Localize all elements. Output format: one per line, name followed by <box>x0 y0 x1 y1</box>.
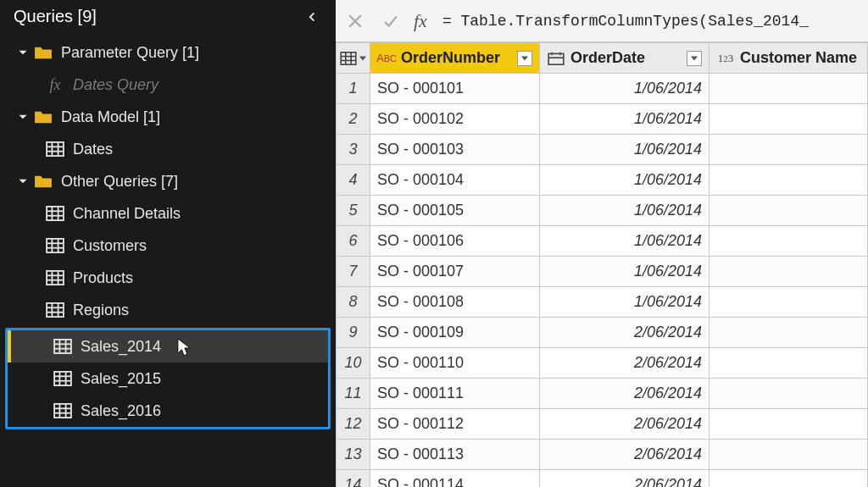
table-row[interactable]: 4SO - 0001041/06/2014 <box>337 165 868 196</box>
row-number[interactable]: 3 <box>337 135 370 165</box>
cell-customer-name[interactable] <box>709 257 868 287</box>
query-channel-details[interactable]: Channel Details <box>0 197 336 230</box>
cell-ordernumber[interactable]: SO - 000108 <box>370 287 540 318</box>
caret-down-icon <box>17 175 29 187</box>
cell-customer-name[interactable] <box>709 470 868 488</box>
cell-orderdate[interactable]: 1/06/2014 <box>540 257 709 287</box>
cell-ordernumber[interactable]: SO - 000104 <box>370 165 540 196</box>
query-products[interactable]: Products <box>0 262 336 294</box>
cell-orderdate[interactable]: 1/06/2014 <box>540 165 709 196</box>
cell-ordernumber[interactable]: SO - 000110 <box>370 348 540 379</box>
query-group-other[interactable]: Other Queries [7] <box>0 165 336 197</box>
cell-ordernumber[interactable]: SO - 000101 <box>370 74 540 104</box>
cell-ordernumber[interactable]: SO - 000106 <box>370 226 540 257</box>
x-icon <box>348 14 363 29</box>
cell-ordernumber[interactable]: SO - 000114 <box>370 470 540 488</box>
row-number[interactable]: 6 <box>337 226 370 257</box>
table-row[interactable]: 9SO - 0001092/06/2014 <box>337 318 868 348</box>
table-row[interactable]: 3SO - 0001031/06/2014 <box>337 135 868 165</box>
row-number[interactable]: 14 <box>337 470 370 488</box>
cell-orderdate[interactable]: 1/06/2014 <box>540 74 709 104</box>
cell-ordernumber[interactable]: SO - 000113 <box>370 440 540 470</box>
cell-orderdate[interactable]: 2/06/2014 <box>540 440 709 470</box>
row-number[interactable]: 12 <box>337 409 370 440</box>
row-number[interactable]: 13 <box>337 440 370 470</box>
row-number[interactable]: 2 <box>337 104 370 135</box>
cell-customer-name[interactable] <box>709 379 868 409</box>
cell-customer-name[interactable] <box>709 196 868 226</box>
cell-orderdate[interactable]: 2/06/2014 <box>540 409 709 440</box>
cell-orderdate[interactable]: 1/06/2014 <box>540 196 709 226</box>
cell-orderdate[interactable]: 1/06/2014 <box>540 287 709 318</box>
table-row[interactable]: 12SO - 0001122/06/2014 <box>337 409 868 440</box>
cell-orderdate[interactable]: 2/06/2014 <box>540 470 709 488</box>
cell-orderdate[interactable]: 2/06/2014 <box>540 379 709 409</box>
query-sales-2016[interactable]: Sales_2016 <box>8 395 328 427</box>
table-row[interactable]: 7SO - 0001071/06/2014 <box>337 257 868 287</box>
query-tree: Parameter Query [1] fx Dates Query Data … <box>0 33 336 431</box>
cell-customer-name[interactable] <box>709 440 868 470</box>
svg-rect-20 <box>47 303 64 317</box>
row-number[interactable]: 5 <box>337 196 370 226</box>
query-dates-query[interactable]: fx Dates Query <box>0 69 336 101</box>
table-row[interactable]: 14SO - 0001142/06/2014 <box>337 470 868 488</box>
cell-customer-name[interactable] <box>709 104 868 135</box>
queries-sidebar: Queries [9] Parameter Query [1] fx Dates… <box>0 0 336 487</box>
formula-confirm-button[interactable] <box>378 8 403 34</box>
collapse-sidebar-button[interactable] <box>303 8 320 25</box>
table-row[interactable]: 5SO - 0001051/06/2014 <box>337 196 868 226</box>
table-row[interactable]: 1SO - 0001011/06/2014 <box>337 74 868 104</box>
query-sales-2014[interactable]: Sales_2014 <box>8 330 328 362</box>
row-number[interactable]: 7 <box>337 257 370 287</box>
svg-rect-5 <box>47 207 64 220</box>
row-number[interactable]: 10 <box>337 348 370 379</box>
query-group-data-model[interactable]: Data Model [1] <box>0 101 336 133</box>
table-row[interactable]: 6SO - 0001061/06/2014 <box>337 226 868 257</box>
cell-customer-name[interactable] <box>709 409 868 440</box>
query-dates[interactable]: Dates <box>0 133 336 165</box>
table-corner-menu[interactable] <box>337 43 370 74</box>
column-filter-button[interactable] <box>517 51 532 66</box>
query-customers[interactable]: Customers <box>0 230 336 262</box>
column-header-orderdate[interactable]: OrderDate <box>540 43 709 74</box>
row-number[interactable]: 8 <box>337 287 370 318</box>
row-number[interactable]: 1 <box>337 74 370 104</box>
column-filter-button[interactable] <box>687 51 702 66</box>
cell-customer-name[interactable] <box>709 287 868 318</box>
column-header-customer-name[interactable]: 123 Customer Name <box>709 43 868 74</box>
cell-ordernumber[interactable]: SO - 000105 <box>370 196 540 226</box>
cell-ordernumber[interactable]: SO - 000102 <box>370 104 540 135</box>
cell-orderdate[interactable]: 1/06/2014 <box>540 104 709 135</box>
formula-cancel-button[interactable] <box>342 8 368 34</box>
cell-customer-name[interactable] <box>709 318 868 348</box>
table-row[interactable]: 2SO - 0001021/06/2014 <box>337 104 868 135</box>
cell-ordernumber[interactable]: SO - 000111 <box>370 379 540 409</box>
query-group-parameter[interactable]: Parameter Query [1] <box>0 36 336 69</box>
query-label: Sales_2016 <box>81 402 161 420</box>
query-regions[interactable]: Regions <box>0 294 336 326</box>
cell-customer-name[interactable] <box>709 165 868 196</box>
cell-ordernumber[interactable]: SO - 000109 <box>370 318 540 348</box>
cell-ordernumber[interactable]: SO - 000112 <box>370 409 540 440</box>
column-header-ordernumber[interactable]: ABC OrderNumber <box>370 43 540 74</box>
cell-orderdate[interactable]: 1/06/2014 <box>540 226 709 257</box>
formula-input[interactable]: = Table.TransformColumnTypes(Sales_2014_ <box>437 13 861 30</box>
cell-orderdate[interactable]: 1/06/2014 <box>540 135 709 165</box>
cell-customer-name[interactable] <box>709 348 868 379</box>
cell-orderdate[interactable]: 2/06/2014 <box>540 318 709 348</box>
row-number[interactable]: 11 <box>337 379 370 409</box>
table-row[interactable]: 11SO - 0001112/06/2014 <box>337 379 868 409</box>
cell-orderdate[interactable]: 2/06/2014 <box>540 348 709 379</box>
cell-customer-name[interactable] <box>709 74 868 104</box>
check-icon <box>383 14 398 29</box>
table-row[interactable]: 8SO - 0001081/06/2014 <box>337 287 868 318</box>
cell-customer-name[interactable] <box>709 226 868 257</box>
cell-ordernumber[interactable]: SO - 000107 <box>370 257 540 287</box>
row-number[interactable]: 4 <box>337 165 370 196</box>
cell-customer-name[interactable] <box>709 135 868 165</box>
row-number[interactable]: 9 <box>337 318 370 348</box>
cell-ordernumber[interactable]: SO - 000103 <box>370 135 540 165</box>
table-row[interactable]: 10SO - 0001102/06/2014 <box>337 348 868 379</box>
query-sales-2015[interactable]: Sales_2015 <box>8 362 328 395</box>
table-row[interactable]: 13SO - 0001132/06/2014 <box>337 440 868 470</box>
